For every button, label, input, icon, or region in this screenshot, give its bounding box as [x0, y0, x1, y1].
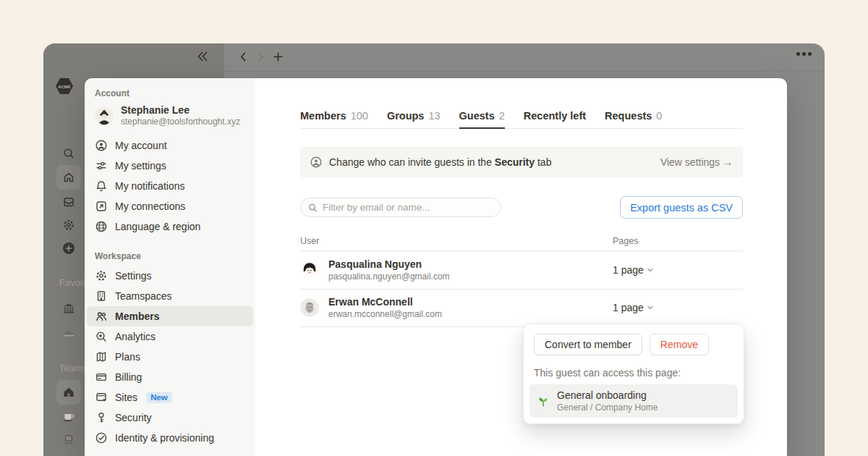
gear-icon — [95, 269, 108, 282]
nav-item-security[interactable]: Security — [87, 408, 253, 428]
tab-requests[interactable]: Requests0 — [605, 110, 662, 128]
guest-controls: Export guests as CSV — [300, 196, 743, 219]
tab-members[interactable]: Members100 — [300, 110, 368, 128]
nav-item-members[interactable]: Members — [87, 306, 253, 326]
profile-email: stephanie@toolsforthought.xyz — [121, 117, 240, 127]
workspace-section-label: Workspace — [95, 251, 245, 261]
guest-name: Pasqualina Nguyen — [328, 258, 450, 270]
chevron-down-icon — [647, 266, 654, 274]
svg-text:ACME: ACME — [58, 85, 71, 89]
guest-email: pasqualina.nguyen@gmail.com — [328, 271, 450, 282]
sneaker-emoji-icon[interactable] — [62, 326, 75, 339]
bell-icon — [95, 180, 108, 193]
guest-name: Erwan McConnell — [328, 296, 442, 308]
search-icon — [308, 203, 318, 213]
browser-cursor-icon — [95, 391, 108, 404]
nav-item-teamspaces[interactable]: Teamspaces — [87, 286, 253, 306]
inbox-icon[interactable] — [62, 195, 75, 208]
coffee-emoji-icon[interactable] — [62, 410, 75, 423]
topbar-divider — [224, 71, 825, 72]
check-circle-icon — [95, 431, 108, 444]
person-circle-icon — [310, 156, 323, 169]
map-icon — [95, 350, 108, 363]
laptop-emoji-icon[interactable] — [62, 433, 75, 446]
nav-item-settings[interactable]: Settings — [87, 266, 253, 286]
filter-field[interactable] — [300, 198, 501, 217]
guest-actions-popup: Convert to member Remove This guest can … — [523, 324, 744, 424]
nav-item-language-region[interactable]: Language & region — [87, 216, 253, 237]
guest-email: erwan.mcconnell@gmail.com — [328, 309, 442, 319]
profile-name: Stephanie Lee — [121, 104, 240, 116]
new-page-icon[interactable] — [62, 242, 75, 255]
seedling-icon — [537, 394, 550, 408]
home-icon[interactable] — [62, 171, 75, 184]
member-tabs: Members100 Groups13 Guests2 Recently lef… — [300, 110, 743, 129]
column-pages: Pages — [613, 236, 638, 246]
search-icon[interactable] — [62, 147, 75, 160]
settings-gear-icon[interactable] — [62, 219, 75, 232]
forward-icon[interactable] — [255, 51, 267, 63]
nav-item-sites[interactable]: Sites New — [87, 387, 253, 408]
house-emoji-icon[interactable] — [62, 386, 75, 399]
collapse-sidebar-icon[interactable] — [195, 49, 210, 64]
magnifier-chart-icon — [95, 330, 108, 343]
person-circle-icon — [95, 139, 108, 152]
nav-item-billing[interactable]: Billing — [87, 367, 253, 387]
page-title: General onboarding — [557, 389, 658, 401]
table-header: User Pages — [300, 236, 743, 251]
credit-card-icon — [95, 371, 108, 384]
chevron-down-icon — [647, 304, 654, 311]
workspace-logo[interactable]: ACME — [54, 77, 75, 95]
table-row: Erwan McConnell erwan.mcconnell@gmail.co… — [300, 290, 743, 328]
tab-guests[interactable]: Guests2 — [459, 110, 505, 128]
pages-dropdown[interactable]: 1 page — [613, 264, 654, 276]
new-badge: New — [146, 392, 172, 403]
nav-item-identity-provisioning[interactable]: Identity & provisioning — [87, 428, 253, 448]
building-icon — [95, 290, 108, 303]
more-options-icon[interactable] — [796, 52, 812, 56]
nav-item-my-account[interactable]: My account — [87, 135, 253, 156]
settings-nav: Account Stephanie Lee stephanie@toolsfor… — [85, 78, 255, 456]
avatar — [300, 261, 319, 279]
people-icon — [95, 310, 108, 323]
convert-to-member-button[interactable]: Convert to member — [534, 334, 642, 355]
nav-item-my-notifications[interactable]: My notifications — [87, 176, 253, 196]
filter-input[interactable] — [323, 202, 493, 213]
nav-item-my-connections[interactable]: My connections — [87, 196, 253, 216]
guest-access-label: This guest can access this page: — [534, 367, 733, 379]
page-path: General / Company Home — [557, 402, 658, 413]
banner-text: Change who can invite guests in the Secu… — [329, 156, 654, 168]
sliders-icon — [95, 159, 108, 172]
guests-table: User Pages Pasqualina Nguyen pasqualina.… — [300, 236, 743, 327]
key-icon — [95, 411, 108, 424]
pages-dropdown[interactable]: 1 page — [613, 302, 654, 313]
profile-row: Stephanie Lee stephanie@toolsforthought.… — [85, 103, 255, 128]
avatar — [95, 106, 114, 125]
back-icon[interactable] — [237, 51, 250, 63]
remove-guest-button[interactable]: Remove — [650, 334, 709, 355]
table-row: Pasqualina Nguyen pasqualina.nguyen@gmai… — [300, 251, 743, 290]
view-settings-link[interactable]: View settings → — [660, 156, 733, 168]
nav-item-plans[interactable]: Plans — [87, 347, 253, 367]
screenshot-stage: ACME Favorites Teamspaces — [0, 0, 868, 456]
arrow-out-box-icon — [95, 200, 108, 213]
column-user: User — [300, 236, 613, 246]
nav-item-my-settings[interactable]: My settings — [87, 156, 253, 176]
globe-icon — [95, 220, 108, 233]
account-section-label: Account — [95, 88, 245, 98]
invite-settings-banner: Change who can invite guests in the Secu… — [300, 147, 743, 177]
avatar — [300, 298, 319, 317]
accessible-page-item[interactable]: General onboarding General / Company Hom… — [529, 384, 738, 418]
bank-emoji-icon[interactable] — [62, 302, 75, 315]
export-guests-button[interactable]: Export guests as CSV — [620, 196, 743, 219]
tab-recently-left[interactable]: Recently left — [524, 110, 586, 128]
new-tab-icon[interactable] — [272, 51, 284, 63]
tab-groups[interactable]: Groups13 — [387, 110, 441, 128]
nav-item-analytics[interactable]: Analytics — [87, 326, 253, 347]
